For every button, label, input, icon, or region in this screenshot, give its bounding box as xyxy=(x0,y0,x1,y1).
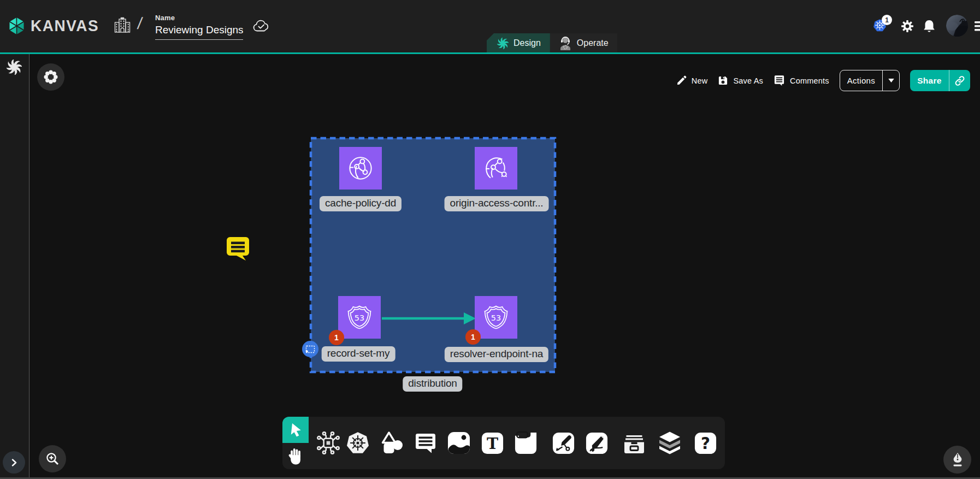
help-tool[interactable]: ? xyxy=(693,417,718,469)
tool-dock: T xyxy=(282,417,725,469)
node-origin-access[interactable] xyxy=(475,147,517,190)
canvas-action-bar: New Save As xyxy=(676,70,970,91)
comment-pin-icon[interactable] xyxy=(226,236,250,262)
design-name-field: Name xyxy=(155,14,243,40)
left-sidebar xyxy=(0,54,29,479)
comments-icon xyxy=(774,75,785,86)
edge-record-to-resolver[interactable] xyxy=(382,312,476,324)
hamburger-menu-icon[interactable] xyxy=(975,21,980,34)
whiteboard-pen-button[interactable] xyxy=(943,446,971,474)
zoom-in-button[interactable] xyxy=(39,445,66,472)
app-header: KANVAS / Name xyxy=(0,0,980,52)
tab-design[interactable]: Design xyxy=(487,33,550,53)
settings-gear-icon xyxy=(901,20,914,33)
design-spiral-icon xyxy=(497,38,509,49)
pen-arrow-icon xyxy=(551,431,576,456)
notifications-bell-icon xyxy=(923,19,936,33)
pencil-icon xyxy=(676,75,687,86)
image-icon xyxy=(446,430,471,456)
shapes-icon xyxy=(380,431,404,455)
node-label-resolver-endpoint[interactable]: resolver-endpoint-na xyxy=(445,347,548,362)
design-name-input[interactable] xyxy=(155,24,243,40)
graph-overlay xyxy=(29,54,980,479)
save-as-button[interactable]: Save As xyxy=(718,75,763,86)
node-label-cache-policy[interactable]: cache-policy-dd xyxy=(320,196,402,211)
operate-headset-icon xyxy=(559,36,572,50)
new-button[interactable]: New xyxy=(676,75,708,86)
pen-nib-icon xyxy=(951,452,965,467)
shapes-tool[interactable] xyxy=(380,417,405,469)
comment-tool[interactable] xyxy=(413,417,438,469)
dock-group-annotate: T xyxy=(375,417,545,469)
kubernetes-tool[interactable] xyxy=(345,417,370,469)
svg-text:53: 53 xyxy=(491,314,501,322)
copy-link-icon[interactable] xyxy=(949,70,970,91)
dock-group-draw xyxy=(545,417,615,469)
svg-text:53: 53 xyxy=(355,314,364,322)
kubernetes-badge: 1 xyxy=(882,15,892,25)
kubernetes-context-button[interactable]: 1 xyxy=(873,19,895,35)
group-select-handle[interactable] xyxy=(302,341,318,357)
route53-resolver-endpoint-icon: 53 xyxy=(483,304,509,330)
note-tool[interactable] xyxy=(513,417,538,469)
tab-design-label: Design xyxy=(513,38,541,48)
node-cache-policy[interactable] xyxy=(339,147,382,190)
record-set-badge[interactable]: 1 xyxy=(329,330,344,345)
node-label-origin-access[interactable]: origin-access-contr... xyxy=(445,196,549,211)
pencil-scribble-icon xyxy=(585,431,609,456)
tab-operate-label: Operate xyxy=(577,38,609,48)
new-button-label: New xyxy=(692,76,708,85)
group-label-distribution[interactable]: distribution xyxy=(403,376,462,392)
design-canvas[interactable]: New Save As xyxy=(29,54,980,479)
comments-button[interactable]: Comments xyxy=(774,75,829,86)
actions-dropdown-button[interactable]: Actions xyxy=(840,70,900,91)
components-flower-button[interactable] xyxy=(37,63,64,91)
breadcrumb-separator: / xyxy=(137,14,144,33)
notifications-button[interactable] xyxy=(923,19,936,36)
cloudfront-cache-policy-icon xyxy=(348,156,373,181)
kanvas-app: KANVAS / Name xyxy=(0,0,980,479)
pan-hand-tool[interactable] xyxy=(282,443,309,469)
image-tool[interactable] xyxy=(446,417,471,469)
cursor-arrow-icon xyxy=(287,422,304,438)
save-as-button-label: Save As xyxy=(733,76,763,85)
layers-tool[interactable] xyxy=(657,417,682,469)
drawer-icon xyxy=(622,430,647,456)
chip-circuit-icon xyxy=(316,430,341,456)
node-resolver-endpoint[interactable]: 53 xyxy=(475,296,517,339)
layers-icon xyxy=(657,430,682,456)
edge-pen-tool[interactable] xyxy=(551,417,576,469)
save-floppy-icon xyxy=(718,75,728,86)
user-avatar[interactable] xyxy=(946,15,968,37)
svg-text:T: T xyxy=(486,434,498,452)
text-icon: T xyxy=(480,431,505,456)
node-label-record-set[interactable]: record-set-my xyxy=(322,346,395,362)
resolver-endpoint-badge[interactable]: 1 xyxy=(465,329,481,345)
kubernetes-wheel-icon xyxy=(346,431,370,455)
group-select-handle-icon xyxy=(305,345,315,353)
note-icon xyxy=(513,431,538,456)
settings-button[interactable] xyxy=(901,20,914,35)
route53-record-set-icon: 53 xyxy=(346,304,373,330)
kanvas-logo[interactable]: KANVAS xyxy=(8,15,99,37)
zoom-in-icon xyxy=(45,452,60,466)
mode-tabs: Design Operate xyxy=(487,33,617,53)
meshery-spiral-icon[interactable] xyxy=(7,60,22,75)
dock-group-infra xyxy=(309,417,375,469)
kanvas-logo-icon xyxy=(8,16,26,36)
drawer-tool[interactable] xyxy=(622,417,647,469)
caret-down-icon xyxy=(883,70,899,91)
sketch-pencil-tool[interactable] xyxy=(584,417,609,469)
integrations-chip-tool[interactable] xyxy=(316,417,341,469)
share-button[interactable]: Share xyxy=(910,70,970,91)
comments-button-label: Comments xyxy=(790,76,829,85)
node-record-set[interactable]: 53 xyxy=(338,296,381,339)
svg-text:?: ? xyxy=(700,434,710,453)
organization-building-icon[interactable] xyxy=(114,17,131,33)
sidebar-expand-button[interactable] xyxy=(3,451,25,474)
text-tool[interactable]: T xyxy=(480,417,505,469)
select-cursor-tool[interactable] xyxy=(282,417,309,443)
tab-operate[interactable]: Operate xyxy=(550,33,617,53)
question-mark-icon: ? xyxy=(693,431,718,456)
actions-label: Actions xyxy=(840,70,882,91)
